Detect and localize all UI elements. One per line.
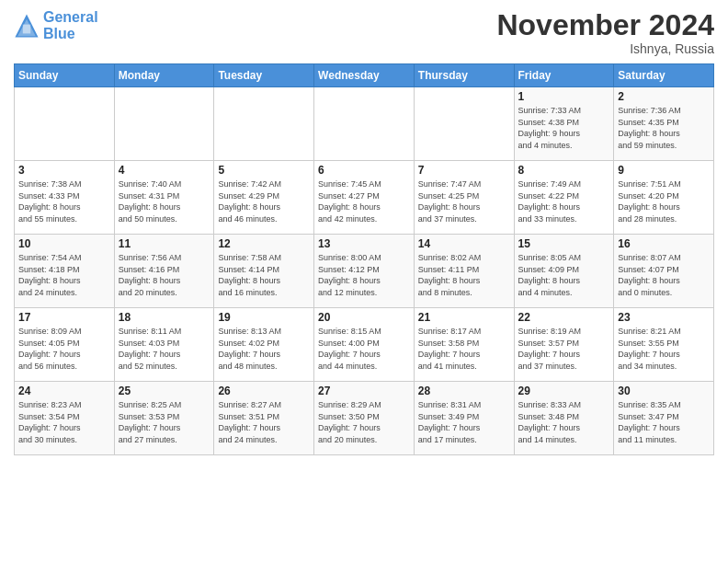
day-number: 18 bbox=[119, 311, 210, 324]
day-info: Sunrise: 7:49 AM Sunset: 4:22 PM Dayligh… bbox=[518, 178, 610, 224]
day-info: Sunrise: 7:47 AM Sunset: 4:25 PM Dayligh… bbox=[418, 178, 510, 224]
calendar-cell: 6Sunrise: 7:45 AM Sunset: 4:27 PM Daylig… bbox=[314, 161, 415, 235]
calendar-cell: 26Sunrise: 8:27 AM Sunset: 3:51 PM Dayli… bbox=[214, 382, 314, 455]
calendar-cell: 10Sunrise: 7:54 AM Sunset: 4:18 PM Dayli… bbox=[15, 235, 115, 308]
day-number: 6 bbox=[318, 164, 410, 177]
calendar-cell: 9Sunrise: 7:51 AM Sunset: 4:20 PM Daylig… bbox=[614, 161, 714, 235]
calendar-cell: 17Sunrise: 8:09 AM Sunset: 4:05 PM Dayli… bbox=[15, 308, 115, 382]
day-info: Sunrise: 8:35 AM Sunset: 3:47 PM Dayligh… bbox=[618, 399, 710, 445]
day-info: Sunrise: 8:31 AM Sunset: 3:49 PM Dayligh… bbox=[418, 399, 510, 445]
calendar-cell: 13Sunrise: 8:00 AM Sunset: 4:12 PM Dayli… bbox=[314, 235, 415, 308]
day-info: Sunrise: 7:33 AM Sunset: 4:38 PM Dayligh… bbox=[518, 105, 610, 151]
weekday-header-thursday: Thursday bbox=[414, 64, 514, 87]
logo-text: General Blue bbox=[43, 9, 98, 41]
day-number: 9 bbox=[618, 164, 710, 177]
day-number: 26 bbox=[218, 385, 310, 397]
calendar-cell: 16Sunrise: 8:07 AM Sunset: 4:07 PM Dayli… bbox=[614, 235, 714, 308]
day-number: 17 bbox=[18, 311, 110, 324]
day-info: Sunrise: 8:19 AM Sunset: 3:57 PM Dayligh… bbox=[518, 326, 610, 372]
day-info: Sunrise: 8:17 AM Sunset: 3:58 PM Dayligh… bbox=[418, 326, 510, 372]
day-number: 12 bbox=[218, 237, 310, 250]
calendar-cell: 12Sunrise: 7:58 AM Sunset: 4:14 PM Dayli… bbox=[214, 235, 314, 308]
calendar-cell: 11Sunrise: 7:56 AM Sunset: 4:16 PM Dayli… bbox=[114, 235, 214, 308]
week-row-1: 1Sunrise: 7:33 AM Sunset: 4:38 PM Daylig… bbox=[15, 87, 714, 161]
calendar-cell: 28Sunrise: 8:31 AM Sunset: 3:49 PM Dayli… bbox=[414, 382, 514, 455]
calendar-cell: 30Sunrise: 8:35 AM Sunset: 3:47 PM Dayli… bbox=[614, 382, 714, 455]
calendar-cell: 4Sunrise: 7:40 AM Sunset: 4:31 PM Daylig… bbox=[114, 161, 214, 235]
weekday-header-saturday: Saturday bbox=[614, 64, 714, 87]
day-info: Sunrise: 8:13 AM Sunset: 4:02 PM Dayligh… bbox=[218, 326, 310, 372]
calendar-cell: 20Sunrise: 8:15 AM Sunset: 4:00 PM Dayli… bbox=[314, 308, 415, 382]
calendar-cell: 22Sunrise: 8:19 AM Sunset: 3:57 PM Dayli… bbox=[514, 308, 614, 382]
calendar-cell: 24Sunrise: 8:23 AM Sunset: 3:54 PM Dayli… bbox=[15, 382, 115, 455]
calendar-cell: 23Sunrise: 8:21 AM Sunset: 3:55 PM Dayli… bbox=[614, 308, 714, 382]
day-info: Sunrise: 7:45 AM Sunset: 4:27 PM Dayligh… bbox=[318, 178, 410, 224]
week-row-3: 10Sunrise: 7:54 AM Sunset: 4:18 PM Dayli… bbox=[15, 235, 714, 308]
day-number: 15 bbox=[518, 237, 610, 250]
day-info: Sunrise: 8:05 AM Sunset: 4:09 PM Dayligh… bbox=[518, 252, 610, 298]
day-info: Sunrise: 8:29 AM Sunset: 3:50 PM Dayligh… bbox=[318, 399, 410, 445]
day-info: Sunrise: 8:27 AM Sunset: 3:51 PM Dayligh… bbox=[218, 399, 310, 445]
day-info: Sunrise: 8:07 AM Sunset: 4:07 PM Dayligh… bbox=[618, 252, 710, 298]
calendar-cell bbox=[414, 87, 514, 161]
calendar-cell: 1Sunrise: 7:33 AM Sunset: 4:38 PM Daylig… bbox=[514, 87, 614, 161]
logo: General Blue bbox=[14, 9, 98, 41]
day-number: 24 bbox=[18, 385, 110, 397]
day-info: Sunrise: 7:36 AM Sunset: 4:35 PM Dayligh… bbox=[618, 105, 710, 151]
day-number: 5 bbox=[218, 164, 310, 177]
weekday-header-sunday: Sunday bbox=[15, 64, 115, 87]
day-number: 16 bbox=[618, 237, 710, 250]
logo-line2: Blue bbox=[43, 26, 75, 41]
weekday-header-wednesday: Wednesday bbox=[314, 64, 415, 87]
calendar-cell: 5Sunrise: 7:42 AM Sunset: 4:29 PM Daylig… bbox=[214, 161, 314, 235]
calendar-cell: 2Sunrise: 7:36 AM Sunset: 4:35 PM Daylig… bbox=[614, 87, 714, 161]
calendar-cell bbox=[114, 87, 214, 161]
day-number: 8 bbox=[518, 164, 610, 177]
week-row-5: 24Sunrise: 8:23 AM Sunset: 3:54 PM Dayli… bbox=[15, 382, 714, 455]
day-number: 27 bbox=[318, 385, 410, 397]
day-number: 7 bbox=[418, 164, 510, 177]
day-info: Sunrise: 7:54 AM Sunset: 4:18 PM Dayligh… bbox=[18, 252, 110, 298]
month-title: November 2024 bbox=[496, 9, 714, 41]
logo-icon bbox=[14, 13, 40, 39]
day-number: 2 bbox=[618, 90, 710, 103]
day-info: Sunrise: 8:21 AM Sunset: 3:55 PM Dayligh… bbox=[618, 326, 710, 372]
day-number: 13 bbox=[318, 237, 410, 250]
day-info: Sunrise: 7:42 AM Sunset: 4:29 PM Dayligh… bbox=[218, 178, 310, 224]
calendar-cell: 29Sunrise: 8:33 AM Sunset: 3:48 PM Dayli… bbox=[514, 382, 614, 455]
day-info: Sunrise: 7:38 AM Sunset: 4:33 PM Dayligh… bbox=[18, 178, 110, 224]
day-number: 23 bbox=[618, 311, 710, 324]
day-number: 22 bbox=[518, 311, 610, 324]
weekday-header-row: SundayMondayTuesdayWednesdayThursdayFrid… bbox=[15, 64, 714, 87]
calendar-cell: 14Sunrise: 8:02 AM Sunset: 4:11 PM Dayli… bbox=[414, 235, 514, 308]
page-container: General Blue November 2024 Ishnya, Russi… bbox=[0, 0, 728, 460]
day-number: 19 bbox=[218, 311, 310, 324]
day-info: Sunrise: 8:25 AM Sunset: 3:53 PM Dayligh… bbox=[119, 399, 210, 445]
day-number: 4 bbox=[119, 164, 210, 177]
day-info: Sunrise: 8:11 AM Sunset: 4:03 PM Dayligh… bbox=[119, 326, 210, 372]
day-number: 10 bbox=[18, 237, 110, 250]
calendar-cell: 3Sunrise: 7:38 AM Sunset: 4:33 PM Daylig… bbox=[15, 161, 115, 235]
day-number: 20 bbox=[318, 311, 410, 324]
day-number: 3 bbox=[18, 164, 110, 177]
calendar-table: SundayMondayTuesdayWednesdayThursdayFrid… bbox=[14, 63, 714, 455]
day-number: 11 bbox=[119, 237, 210, 250]
calendar-cell: 21Sunrise: 8:17 AM Sunset: 3:58 PM Dayli… bbox=[414, 308, 514, 382]
day-info: Sunrise: 8:09 AM Sunset: 4:05 PM Dayligh… bbox=[18, 326, 110, 372]
calendar-cell bbox=[214, 87, 314, 161]
calendar-cell: 15Sunrise: 8:05 AM Sunset: 4:09 PM Dayli… bbox=[514, 235, 614, 308]
day-info: Sunrise: 8:33 AM Sunset: 3:48 PM Dayligh… bbox=[518, 399, 610, 445]
calendar-cell: 19Sunrise: 8:13 AM Sunset: 4:02 PM Dayli… bbox=[214, 308, 314, 382]
day-info: Sunrise: 8:02 AM Sunset: 4:11 PM Dayligh… bbox=[418, 252, 510, 298]
weekday-header-tuesday: Tuesday bbox=[214, 64, 314, 87]
calendar-cell bbox=[314, 87, 415, 161]
weekday-header-monday: Monday bbox=[114, 64, 214, 87]
day-number: 25 bbox=[119, 385, 210, 397]
calendar-cell: 18Sunrise: 8:11 AM Sunset: 4:03 PM Dayli… bbox=[114, 308, 214, 382]
calendar-cell bbox=[15, 87, 115, 161]
day-info: Sunrise: 7:58 AM Sunset: 4:14 PM Dayligh… bbox=[218, 252, 310, 298]
calendar-cell: 7Sunrise: 7:47 AM Sunset: 4:25 PM Daylig… bbox=[414, 161, 514, 235]
calendar-cell: 8Sunrise: 7:49 AM Sunset: 4:22 PM Daylig… bbox=[514, 161, 614, 235]
week-row-4: 17Sunrise: 8:09 AM Sunset: 4:05 PM Dayli… bbox=[15, 308, 714, 382]
day-number: 1 bbox=[518, 90, 610, 103]
